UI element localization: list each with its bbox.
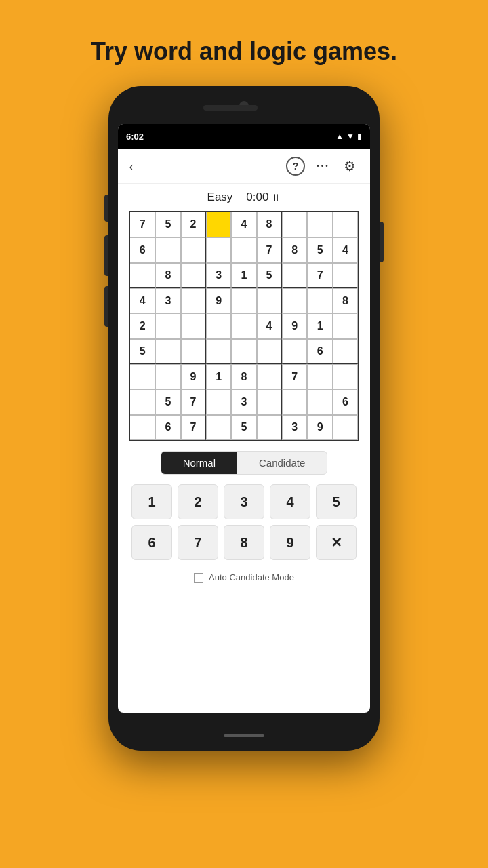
cell-6-5[interactable] — [257, 364, 282, 389]
cell-3-6[interactable] — [282, 288, 307, 313]
cell-4-7[interactable]: 1 — [307, 313, 332, 338]
cell-0-0[interactable]: 7 — [130, 212, 155, 237]
cell-2-3[interactable]: 3 — [206, 263, 231, 288]
cell-7-2[interactable]: 7 — [181, 389, 206, 414]
cell-6-0[interactable] — [130, 364, 155, 389]
numpad-6[interactable]: 6 — [131, 525, 172, 560]
cell-7-0[interactable] — [130, 389, 155, 414]
cell-1-0[interactable]: 6 — [130, 237, 155, 262]
cell-5-5[interactable] — [257, 339, 282, 364]
cell-6-1[interactable] — [155, 364, 180, 389]
settings-button[interactable]: ⚙ — [340, 157, 359, 176]
cell-3-2[interactable] — [181, 288, 206, 313]
cell-3-7[interactable] — [307, 288, 332, 313]
cell-8-8[interactable] — [333, 415, 358, 440]
cell-2-6[interactable] — [282, 263, 307, 288]
cell-2-7[interactable]: 7 — [307, 263, 332, 288]
cell-8-7[interactable]: 9 — [307, 415, 332, 440]
cell-7-7[interactable] — [307, 389, 332, 414]
cell-4-6[interactable]: 9 — [282, 313, 307, 338]
cell-0-1[interactable]: 5 — [155, 212, 180, 237]
numpad-erase[interactable]: ✕ — [316, 525, 357, 560]
cell-4-0[interactable]: 2 — [130, 313, 155, 338]
cell-4-5[interactable]: 4 — [257, 313, 282, 338]
cell-2-5[interactable]: 5 — [257, 263, 282, 288]
cell-4-3[interactable] — [206, 313, 231, 338]
cell-0-2[interactable]: 2 — [181, 212, 206, 237]
candidate-mode-button[interactable]: Candidate — [237, 452, 327, 474]
cell-1-2[interactable] — [181, 237, 206, 262]
help-button[interactable]: ? — [286, 157, 305, 176]
cell-2-0[interactable] — [130, 263, 155, 288]
cell-1-8[interactable]: 4 — [333, 237, 358, 262]
cell-3-0[interactable]: 4 — [130, 288, 155, 313]
cell-0-3[interactable] — [206, 212, 231, 237]
cell-0-5[interactable]: 8 — [257, 212, 282, 237]
cell-1-5[interactable]: 7 — [257, 237, 282, 262]
cell-4-1[interactable] — [155, 313, 180, 338]
auto-candidate-checkbox[interactable] — [194, 573, 203, 583]
cell-5-8[interactable] — [333, 339, 358, 364]
more-options-button[interactable]: ··· — [313, 157, 332, 176]
cell-7-5[interactable] — [257, 389, 282, 414]
cell-2-8[interactable] — [333, 263, 358, 288]
cell-4-8[interactable] — [333, 313, 358, 338]
cell-6-2[interactable]: 9 — [181, 364, 206, 389]
cell-6-6[interactable]: 7 — [282, 364, 307, 389]
normal-mode-button[interactable]: Normal — [161, 452, 237, 474]
cell-8-5[interactable] — [257, 415, 282, 440]
back-button[interactable]: ‹ — [129, 157, 134, 175]
cell-8-4[interactable]: 5 — [231, 415, 256, 440]
cell-5-2[interactable] — [181, 339, 206, 364]
cell-8-6[interactable]: 3 — [282, 415, 307, 440]
cell-5-4[interactable] — [231, 339, 256, 364]
cell-4-2[interactable] — [181, 313, 206, 338]
cell-8-3[interactable] — [206, 415, 231, 440]
cell-5-3[interactable] — [206, 339, 231, 364]
cell-1-6[interactable]: 8 — [282, 237, 307, 262]
cell-4-4[interactable] — [231, 313, 256, 338]
cell-6-8[interactable] — [333, 364, 358, 389]
cell-6-4[interactable]: 8 — [231, 364, 256, 389]
cell-2-4[interactable]: 1 — [231, 263, 256, 288]
pause-icon[interactable]: ⏸ — [271, 192, 281, 203]
numpad-1[interactable]: 1 — [131, 484, 172, 519]
cell-7-1[interactable]: 5 — [155, 389, 180, 414]
cell-7-4[interactable]: 3 — [231, 389, 256, 414]
cell-1-7[interactable]: 5 — [307, 237, 332, 262]
numpad-5[interactable]: 5 — [316, 484, 357, 519]
cell-7-6[interactable] — [282, 389, 307, 414]
numpad-9[interactable]: 9 — [270, 525, 310, 560]
cell-7-3[interactable] — [206, 389, 231, 414]
cell-3-3[interactable]: 9 — [206, 288, 231, 313]
numpad-7[interactable]: 7 — [178, 525, 218, 560]
cell-8-1[interactable]: 6 — [155, 415, 180, 440]
cell-0-8[interactable] — [333, 212, 358, 237]
cell-6-7[interactable] — [307, 364, 332, 389]
cell-8-0[interactable] — [130, 415, 155, 440]
cell-5-0[interactable]: 5 — [130, 339, 155, 364]
numpad-8[interactable]: 8 — [224, 525, 264, 560]
cell-3-8[interactable]: 8 — [333, 288, 358, 313]
cell-5-6[interactable] — [282, 339, 307, 364]
cell-2-1[interactable]: 8 — [155, 263, 180, 288]
sudoku-grid[interactable]: 75248678548315743982491569187573667539 — [129, 211, 359, 441]
cell-0-7[interactable] — [307, 212, 332, 237]
cell-0-4[interactable]: 4 — [231, 212, 256, 237]
cell-3-5[interactable] — [257, 288, 282, 313]
cell-1-1[interactable] — [155, 237, 180, 262]
numpad-3[interactable]: 3 — [224, 484, 264, 519]
cell-1-4[interactable] — [231, 237, 256, 262]
cell-5-7[interactable]: 6 — [307, 339, 332, 364]
cell-3-4[interactable] — [231, 288, 256, 313]
cell-1-3[interactable] — [206, 237, 231, 262]
cell-8-2[interactable]: 7 — [181, 415, 206, 440]
numpad-2[interactable]: 2 — [178, 484, 218, 519]
numpad-4[interactable]: 4 — [270, 484, 310, 519]
cell-7-8[interactable]: 6 — [333, 389, 358, 414]
cell-6-3[interactable]: 1 — [206, 364, 231, 389]
cell-0-6[interactable] — [282, 212, 307, 237]
cell-3-1[interactable]: 3 — [155, 288, 180, 313]
cell-2-2[interactable] — [181, 263, 206, 288]
cell-5-1[interactable] — [155, 339, 180, 364]
